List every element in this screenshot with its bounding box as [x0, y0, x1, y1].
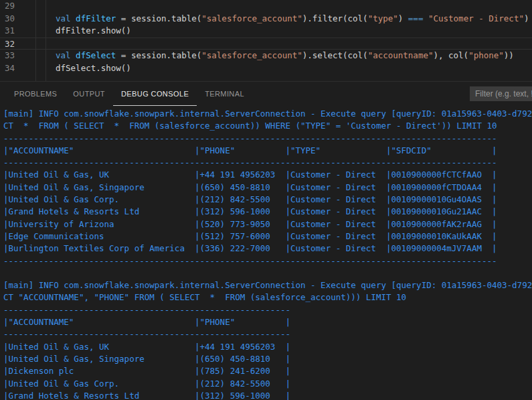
table-row: |University of Arizona |(520) 773-9050 |…	[3, 218, 532, 230]
line-number[interactable]: 29	[0, 0, 31, 13]
line-number[interactable]: 34	[0, 62, 31, 75]
table-row: |Grand Hotels & Resorts Ltd |(312) 596-1…	[3, 390, 532, 400]
console-log-line: CT * FROM ( SELECT * FROM (salesforce_ac…	[3, 120, 532, 132]
tab-debug-console[interactable]: DEBUG CONSOLE	[113, 82, 197, 106]
table-header-row: |"ACCOUNTNAME" |"PHONE" |"TYPE" |"SFDCID…	[3, 145, 532, 157]
table-row: |Edge Communications |(512) 757-6000 |Cu…	[3, 230, 532, 243]
code-text: dfSelect.show()	[31, 62, 131, 75]
table-row: |United Oil & Gas, Singapore |(650) 450-…	[3, 353, 532, 365]
code-text	[31, 38, 56, 50]
line-number[interactable]: 30	[0, 13, 31, 25]
editor-line[interactable]: 32	[0, 38, 532, 50]
code-text: val dfFilter = session.table("salesforce…	[31, 13, 529, 25]
console-log-line: [main] INFO com.snowflake.snowpark.inter…	[3, 279, 532, 291]
table-separator: ----------------------------------------…	[3, 304, 532, 316]
editor-line[interactable]: 33val dfSelect = session.table("salesfor…	[0, 50, 532, 62]
line-number[interactable]: 31	[0, 25, 31, 38]
editor-line[interactable]: 30val dfFilter = session.table("salesfor…	[0, 13, 532, 25]
console-blank-line	[3, 267, 532, 279]
table-row: |United Oil & Gas Corp. |(212) 842-5500 …	[3, 378, 532, 390]
table-separator: ----------------------------------------…	[3, 328, 532, 340]
code-text: dfFilter.show()	[31, 25, 131, 38]
table-separator: ----------------------------------------…	[3, 133, 532, 145]
code-text	[31, 0, 56, 13]
table-row: |United Oil & Gas, UK |+44 191 4956203 |…	[3, 169, 532, 181]
console-log-line: CT "ACCOUNTNAME", "PHONE" FROM ( SELECT …	[3, 291, 532, 304]
debug-console-output[interactable]: [main] INFO com.snowflake.snowpark.inter…	[0, 106, 532, 400]
tab-output[interactable]: OUTPUT	[65, 82, 113, 106]
tab-problems[interactable]: PROBLEMS	[6, 82, 65, 106]
bottom-panel: PROBLEMSOUTPUTDEBUG CONSOLETERMINAL [mai…	[0, 81, 532, 399]
tab-terminal[interactable]: TERMINAL	[197, 82, 252, 106]
console-filter-input[interactable]	[470, 86, 532, 101]
table-row: |Burlington Textiles Corp of America |(3…	[3, 243, 532, 255]
table-separator: ----------------------------------------…	[3, 255, 532, 267]
table-row: |United Oil & Gas, UK |+44 191 4956203 |	[3, 341, 532, 353]
table-separator: ----------------------------------------…	[3, 157, 532, 169]
code-editor[interactable]: 2930val dfFilter = session.table("salesf…	[0, 0, 532, 81]
table-row: |United Oil & Gas, Singapore |(650) 450-…	[3, 182, 532, 194]
code-text: val dfSelect = session.table("salesforce…	[31, 50, 514, 62]
panel-tab-bar: PROBLEMSOUTPUTDEBUG CONSOLETERMINAL	[0, 82, 532, 106]
editor-line[interactable]: 29	[0, 0, 532, 13]
table-header-row: |"ACCOUNTNAME" |"PHONE" |	[3, 316, 532, 328]
editor-line[interactable]: 31dfFilter.show()	[0, 25, 532, 38]
table-row: |Grand Hotels & Resorts Ltd |(312) 596-1…	[3, 206, 532, 218]
console-log-line: [main] INFO com.snowflake.snowpark.inter…	[3, 108, 532, 120]
line-number[interactable]: 32	[0, 38, 31, 50]
table-row: |United Oil & Gas Corp. |(212) 842-5500 …	[3, 194, 532, 206]
table-row: |Dickenson plc |(785) 241-6200 |	[3, 365, 532, 377]
editor-line[interactable]: 34dfSelect.show()	[0, 62, 532, 75]
line-number[interactable]: 33	[0, 50, 31, 62]
